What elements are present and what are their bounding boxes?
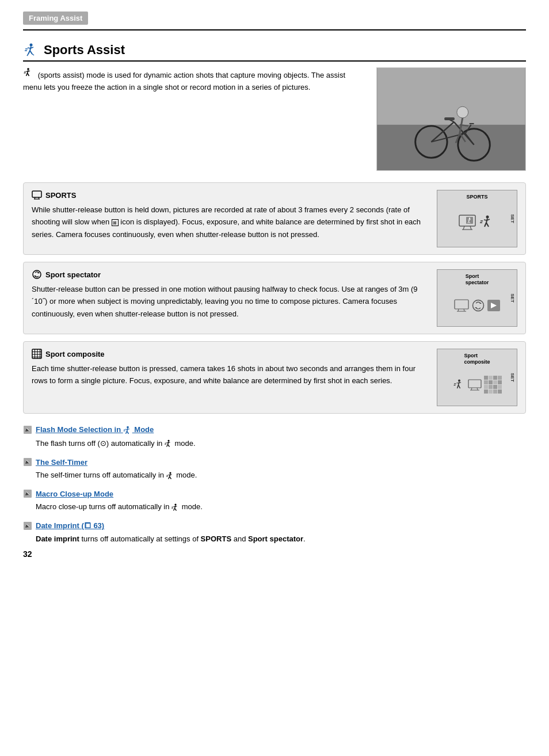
sport-spectator-subsection: Sport spectator Shutter-release button c… bbox=[23, 262, 526, 334]
svg-rect-36 bbox=[32, 191, 41, 197]
note-self-timer-title-row: The Self-Timer bbox=[23, 457, 526, 467]
svg-line-41 bbox=[463, 226, 464, 230]
svg-line-102 bbox=[166, 442, 168, 443]
svg-rect-86 bbox=[468, 380, 481, 388]
page-header: Framing Assist bbox=[23, 12, 526, 30]
sport-spectator-content: Sport spectator Shutter-release button c… bbox=[32, 269, 429, 320]
note-self-timer: The Self-Timer The self-timer turns off … bbox=[23, 457, 526, 481]
svg-point-51 bbox=[486, 216, 489, 219]
sport-composite-label: Sport composite bbox=[45, 350, 105, 358]
sports-circle-icon bbox=[32, 190, 42, 200]
pencil-icon-macro bbox=[23, 489, 32, 498]
intro-text: (sports assist) mode is used for dynamic… bbox=[23, 67, 365, 171]
header-tab: Framing Assist bbox=[23, 12, 88, 25]
svg-point-0 bbox=[30, 44, 33, 47]
sport-composite-set-label: SET bbox=[510, 373, 515, 382]
svg-line-42 bbox=[470, 226, 471, 230]
svg-line-105 bbox=[167, 445, 169, 447]
svg-line-53 bbox=[484, 220, 487, 220]
sports-content: SPORTS While shutter-release button is h… bbox=[32, 190, 429, 240]
note-date-imprint-title-row: Date Imprint (⧠ 63) bbox=[23, 521, 526, 530]
svg-line-115 bbox=[169, 476, 171, 479]
note-macro-title-row: Macro Close-up Mode bbox=[23, 489, 526, 498]
note-self-timer-title: The Self-Timer bbox=[36, 458, 87, 467]
sports-label: SPORTS bbox=[45, 191, 76, 200]
note-self-timer-body: The self-timer turns off automatically i… bbox=[36, 469, 526, 481]
svg-point-66 bbox=[473, 300, 484, 311]
sport-spectator-ui-label: Sportspectator bbox=[466, 273, 489, 286]
note-date-imprint-body: Date imprint turns off automatically at … bbox=[36, 533, 526, 545]
intro-text-content: (sports assist) mode is used for dynamic… bbox=[23, 71, 345, 91]
intro-mode-icon bbox=[23, 67, 35, 78]
svg-rect-19 bbox=[377, 68, 525, 125]
sport-spectator-set-label: SET bbox=[510, 293, 515, 303]
svg-line-56 bbox=[486, 223, 489, 227]
sport-composite-text: Each time shutter-release button is pres… bbox=[32, 362, 429, 387]
svg-line-83 bbox=[458, 385, 460, 388]
sport-spectator-camera-ui: Sportspectator bbox=[437, 269, 517, 327]
note-flash: Flash Mode Selection in Mode The flash t… bbox=[23, 425, 526, 449]
sport-composite-icon bbox=[32, 349, 42, 359]
note-macro-body: Macro close-up turns off automatically i… bbox=[36, 501, 526, 513]
svg-line-7 bbox=[32, 54, 34, 55]
note-macro-title: Macro Close-up Mode bbox=[36, 490, 113, 498]
svg-line-15 bbox=[28, 73, 29, 76]
sports-camera-ui: SPORTS bbox=[437, 190, 517, 247]
svg-point-31 bbox=[457, 106, 468, 118]
svg-rect-30 bbox=[444, 117, 455, 120]
svg-line-6 bbox=[27, 54, 28, 56]
sport-spectator-header: Sport spectator bbox=[32, 269, 429, 280]
svg-rect-62 bbox=[455, 300, 468, 309]
pencil-icon-date bbox=[23, 521, 32, 530]
intro-block: (sports assist) mode is used for dynamic… bbox=[23, 67, 526, 171]
svg-line-94 bbox=[125, 429, 127, 430]
svg-point-92 bbox=[127, 426, 129, 428]
note-flash-title: Flash Mode Selection in Mode bbox=[36, 425, 154, 435]
page-container: Framing Assist bbox=[0, 0, 549, 570]
svg-point-100 bbox=[167, 440, 169, 442]
svg-line-125 bbox=[175, 509, 177, 511]
svg-point-78 bbox=[458, 379, 460, 381]
svg-point-110 bbox=[169, 472, 171, 474]
sports-mode-icon bbox=[23, 42, 39, 58]
sport-spectator-icon bbox=[32, 269, 42, 280]
svg-point-10 bbox=[27, 68, 29, 70]
note-macro: Macro Close-up Mode Macro close-up turns… bbox=[23, 489, 526, 513]
sport-spectator-text: Shutter-release button can be pressed in… bbox=[32, 283, 429, 320]
sport-spectator-label: Sport spectator bbox=[45, 270, 101, 279]
intro-photo bbox=[376, 67, 526, 171]
svg-line-122 bbox=[174, 506, 176, 507]
svg-line-49 bbox=[468, 220, 469, 220]
notes-section: Flash Mode Selection in Mode The flash t… bbox=[23, 425, 526, 545]
note-date-imprint-title: Date Imprint (⧠ 63) bbox=[36, 521, 104, 530]
svg-rect-20 bbox=[377, 125, 525, 170]
svg-line-5 bbox=[30, 51, 32, 54]
sports-header: SPORTS bbox=[32, 190, 429, 200]
svg-line-112 bbox=[168, 475, 170, 475]
section-title-row: Sports Assist bbox=[23, 42, 526, 62]
pencil-icon-flash bbox=[23, 425, 32, 434]
svg-point-45 bbox=[469, 217, 471, 219]
note-flash-body: The flash turns off (⊙) automatically in… bbox=[36, 437, 526, 449]
svg-line-2 bbox=[28, 48, 30, 48]
pencil-icon-timer bbox=[23, 457, 32, 467]
sports-set-label: SET bbox=[510, 214, 515, 223]
sports-subsection: SPORTS While shutter-release button is h… bbox=[23, 182, 526, 255]
note-flash-title-row: Flash Mode Selection in Mode bbox=[23, 425, 526, 435]
sports-text: While shutter-release button is held dow… bbox=[32, 204, 429, 240]
svg-line-12 bbox=[26, 71, 28, 72]
section-title: Sports Assist bbox=[44, 43, 125, 58]
svg-point-120 bbox=[174, 503, 176, 505]
sport-composite-camera-ui: Sportcomposite bbox=[437, 349, 517, 406]
sport-composite-subsection: Sport composite Each time shutter-releas… bbox=[23, 341, 526, 414]
svg-line-97 bbox=[127, 431, 128, 434]
svg-line-80 bbox=[456, 383, 459, 383]
sport-composite-ui-label: Sportcomposite bbox=[464, 353, 490, 365]
sport-composite-content: Sport composite Each time shutter-releas… bbox=[32, 349, 429, 387]
page-number: 32 bbox=[23, 549, 32, 559]
sports-ui-label: SPORTS bbox=[466, 194, 487, 200]
sport-composite-header: Sport composite bbox=[32, 349, 429, 359]
note-date-imprint: Date Imprint (⧠ 63) Date imprint turns o… bbox=[23, 521, 526, 545]
